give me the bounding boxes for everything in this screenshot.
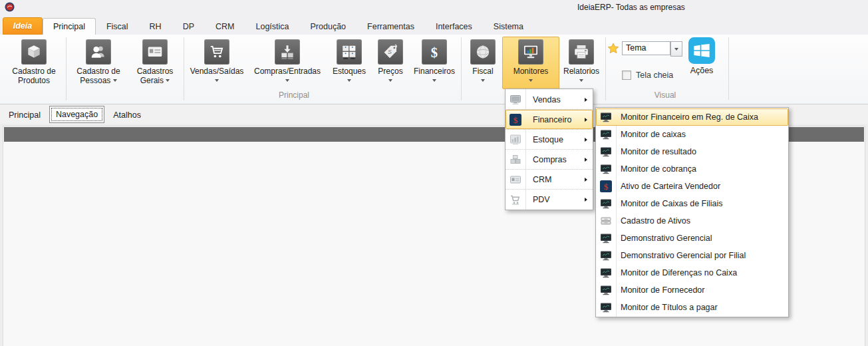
- ribbon-tab-crm[interactable]: CRM: [205, 18, 245, 35]
- ribbon-button-precos[interactable]: SPreços: [371, 37, 410, 89]
- ribbon-tab-producao[interactable]: Produção: [300, 18, 357, 35]
- menu-item-label: Estoque: [533, 135, 563, 144]
- monitor-dark-icon: [600, 163, 612, 175]
- submenu-item-monitor-de-cobranca[interactable]: Monitor de cobrança: [596, 160, 788, 178]
- ribbon-button-compras-entradas[interactable]: Compras/Entradas: [247, 37, 327, 89]
- submenu-item-label: Monitor de caixas: [621, 130, 686, 139]
- card-gray-icon: [509, 174, 521, 186]
- ribbon-button-fiscal[interactable]: Fiscal: [464, 37, 502, 89]
- ribbon-button-relatorios[interactable]: Relatorios: [559, 37, 603, 89]
- dollar-red-icon: $: [600, 180, 612, 192]
- tema-dropdown-button[interactable]: [670, 41, 682, 57]
- svg-text:$: $: [513, 114, 518, 124]
- ribbon-tab-principal[interactable]: Principal: [43, 18, 96, 35]
- printer-icon: [569, 39, 594, 65]
- submenu-item-demonstrativo-gerencial-por-filial[interactable]: Demonstrativo Gerencial por Filial: [596, 247, 788, 264]
- ribbon-button-cadastro-de-produtos[interactable]: Cadastro deProdutos: [4, 37, 64, 89]
- price-tag-icon: S: [378, 39, 403, 65]
- tela-cheia-label: Tela cheia: [636, 71, 673, 80]
- window-title: IdeiaERP- Todas as empresas: [577, 3, 685, 12]
- ribbon-tab-rh[interactable]: RH: [139, 18, 172, 35]
- ribbon-tab-dp[interactable]: DP: [172, 18, 205, 35]
- tela-cheia-checkbox[interactable]: [622, 71, 631, 80]
- submenu-item-label: Demonstrativo Gerencial por Filial: [621, 251, 746, 260]
- submenu-item-demonstrativo-gerencial[interactable]: Demonstrativo Gerencial: [596, 230, 788, 247]
- menu-item-label: Compras: [533, 155, 567, 164]
- ribbon-button-estoques[interactable]: Estoques: [327, 37, 371, 89]
- ribbon-button-label: Fiscal: [472, 67, 493, 77]
- monitor-dark-icon: [600, 128, 612, 140]
- menu-item-vendas[interactable]: Vendas: [506, 90, 593, 109]
- ribbon-tab-ideia[interactable]: Ideia: [3, 17, 43, 35]
- chevron-down-icon: [481, 79, 485, 82]
- nav-tab-principal[interactable]: Principal: [2, 107, 47, 123]
- submenu-item-monitor-de-titulos-a-pagar[interactable]: Monitor de Títulos a pagar: [596, 299, 788, 316]
- boxes-gray-icon: [509, 154, 521, 166]
- group-separator: [66, 37, 67, 100]
- star-icon: [607, 42, 620, 55]
- menu-item-estoque[interactable]: Estoque: [506, 129, 593, 149]
- ribbon-tab-fiscal[interactable]: Fiscal: [96, 18, 139, 35]
- ribbon-button-monitores[interactable]: Monitores: [502, 37, 559, 89]
- ribbon-tab-interfaces[interactable]: Interfaces: [425, 18, 483, 35]
- nav-tab-navegacao[interactable]: Navegação: [49, 106, 104, 123]
- monitor-chart-icon: [518, 39, 543, 65]
- inbox-arrow-icon: [275, 39, 300, 65]
- submenu-item-label: Monitor de Títulos a pagar: [621, 303, 718, 312]
- submenu-item-cadastro-de-ativos[interactable]: Cadastro de Ativos: [596, 212, 788, 230]
- ribbon-tab-ferramentas[interactable]: Ferramentas: [357, 18, 425, 35]
- monitor-dark-icon: [600, 250, 612, 261]
- svg-text:$: $: [604, 182, 609, 192]
- menu-item-pdv[interactable]: PDV: [506, 189, 593, 209]
- ribbon: Cadastro deProdutosCadastro dePessoas Ca…: [0, 35, 868, 104]
- menu-item-compras[interactable]: Compras: [506, 149, 593, 169]
- menu-item-crm[interactable]: CRM: [506, 169, 593, 189]
- chevron-down-icon: [674, 48, 678, 51]
- ribbon-button-label: Financeiros: [414, 67, 455, 77]
- submenu-item-monitor-de-caixas[interactable]: Monitor de caixas: [596, 126, 788, 143]
- submenu-item-monitor-de-diferencas-no-caixa[interactable]: Monitor de Diferenças no Caixa: [596, 264, 788, 281]
- menu-item-label: CRM: [533, 175, 551, 184]
- submenu-arrow-icon: [585, 198, 587, 202]
- ribbon-button-label: Vendas/Saídas: [190, 67, 244, 77]
- dollar-icon: $: [422, 39, 447, 65]
- chevron-down-icon: [529, 79, 533, 82]
- submenu-item-ativo-de-carteira-vendedor[interactable]: $Ativo de Carteira Vendedor: [596, 178, 788, 195]
- ribbon-button-financeiros[interactable]: $Financeiros: [410, 37, 459, 89]
- ribbon-button-label: Cadastro dePessoas: [76, 67, 120, 85]
- menu-item-label: PDV: [533, 195, 550, 204]
- chevron-down-icon: [215, 79, 219, 82]
- monitor-dark-icon: [600, 111, 612, 123]
- acoes-button[interactable]: Ações: [682, 37, 721, 75]
- ribbon-tab-sistema[interactable]: Sistema: [483, 18, 534, 35]
- menu-item-financeiro[interactable]: $Financeiro: [506, 109, 593, 129]
- submenu-item-monitor-financeiro-em-reg-de-caixa[interactable]: Monitor Financeiro em Reg. de Caixa: [596, 108, 788, 126]
- monitor-dark-icon: [600, 198, 612, 210]
- submenu-item-label: Monitor de cobrança: [621, 164, 696, 174]
- submenu-arrow-icon: [585, 138, 587, 142]
- ribbon-button-vendas-saidas[interactable]: Vendas/Saídas: [186, 37, 247, 89]
- acoes-label: Ações: [690, 66, 714, 75]
- financeiro-submenu: Monitor Financeiro em Reg. de CaixaMonit…: [595, 107, 789, 317]
- submenu-item-monitor-de-resultado[interactable]: Monitor de resultado: [596, 143, 788, 160]
- tema-input[interactable]: Tema: [622, 41, 670, 55]
- chevron-down-icon: [579, 79, 583, 82]
- submenu-item-monitor-de-fornecedor[interactable]: Monitor de Fornecedor: [596, 281, 788, 299]
- cart-gray-icon: [509, 194, 521, 206]
- ribbon-tab-logistica[interactable]: Logística: [245, 18, 300, 35]
- nav-tab-atalhos[interactable]: Atalhos: [106, 107, 148, 123]
- ribbon-button-label: Relatorios: [563, 67, 599, 77]
- svg-text:$: $: [431, 45, 438, 60]
- product-box-icon: [21, 39, 47, 65]
- chevron-down-icon: [432, 79, 436, 82]
- monitores-menu: Vendas$FinanceiroEstoqueComprasCRMPDV: [505, 88, 593, 210]
- app-logo-icon[interactable]: [5, 2, 15, 12]
- submenu-arrow-icon: [585, 178, 587, 182]
- ribbon-button-label: CadastrosGerais: [137, 67, 174, 85]
- ribbon-button-cadastro-de-pessoas[interactable]: Cadastro dePessoas: [69, 37, 128, 89]
- ideiaerp-window: IdeiaERP- Todas as empresas IdeiaPrincip…: [0, 0, 868, 346]
- submenu-item-monitor-de-caixas-de-filiais[interactable]: Monitor de Caixas de Filiais: [596, 195, 788, 212]
- group-separator: [184, 37, 184, 100]
- chevron-down-icon: [113, 79, 117, 82]
- ribbon-button-cadastros-gerais[interactable]: CadastrosGerais: [128, 37, 182, 89]
